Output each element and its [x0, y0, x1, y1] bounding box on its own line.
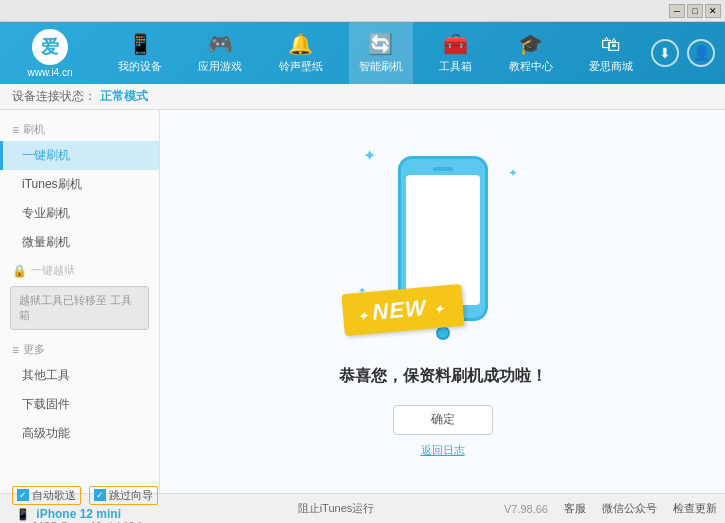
section-more: ≡ 更多	[0, 336, 159, 361]
phone-illustration: ✦ ✦ ✦ NEW	[353, 146, 533, 346]
one-click-flash-label: 一键刷机	[22, 148, 70, 162]
status-label: 设备连接状态：	[12, 88, 96, 105]
success-message: 恭喜您，保资料刷机成功啦！	[339, 366, 547, 387]
bottom-left: ✓ 自动歌送 ✓ 跳过向导 📱 iPhone 12 mini 64GB Down…	[8, 486, 168, 524]
itunes-flash-label: iTunes刷机	[22, 177, 82, 191]
header: 爱 www.i4.cn 📱 我的设备 🎮 应用游戏 🔔 铃声壁纸 🔄 智能刷机 …	[0, 22, 725, 84]
status-bar: 设备连接状态： 正常模式	[0, 84, 725, 110]
nav-my-device[interactable]: 📱 我的设备	[108, 22, 172, 84]
download-button[interactable]: ⬇	[651, 39, 679, 67]
jailbreak-info-text: 越狱工具已转移至 工具箱	[19, 294, 132, 321]
confirm-button-label: 确定	[431, 411, 455, 428]
nav-store[interactable]: 🛍 爱思商城	[579, 22, 643, 84]
device-name: iPhone 12 mini	[36, 507, 121, 521]
section-jailbreak-label: 一键越狱	[31, 263, 75, 278]
content-area: ✦ ✦ ✦ NEW 恭喜您，保资料刷机成功啦！ 确定 返回日志	[160, 110, 725, 493]
logo-icon: 爱	[32, 29, 68, 65]
nav-toolbox-label: 工具箱	[439, 59, 472, 74]
nav-toolbox[interactable]: 🧰 工具箱	[429, 22, 482, 84]
lock-icon: 🔒	[12, 264, 27, 278]
save-flash-label: 微量刷机	[22, 235, 70, 249]
section-jailbreak: 🔒 一键越狱	[0, 257, 159, 282]
nav-ringtones-label: 铃声壁纸	[279, 59, 323, 74]
store-icon: 🛍	[601, 33, 621, 56]
device-icon: 📱	[16, 508, 30, 520]
nav-apps-games-label: 应用游戏	[198, 59, 242, 74]
sparkle-2: ✦	[508, 166, 518, 180]
my-device-icon: 📱	[128, 32, 153, 56]
smart-flash-icon: 🔄	[368, 32, 393, 56]
nav-tutorials-label: 教程中心	[509, 59, 553, 74]
wizard-check-icon: ✓	[94, 489, 106, 501]
nav-bar: 📱 我的设备 🎮 应用游戏 🔔 铃声壁纸 🔄 智能刷机 🧰 工具箱 🎓 教程中心…	[100, 22, 651, 84]
confirm-button[interactable]: 确定	[393, 405, 493, 435]
ringtones-icon: 🔔	[288, 32, 313, 56]
back-link[interactable]: 返回日志	[421, 443, 465, 458]
section-flash-icon: ≡	[12, 123, 19, 137]
device-info: 📱 iPhone 12 mini 64GB Down-12mini-13,1	[12, 507, 168, 524]
wizard-label: 跳过向导	[109, 488, 153, 503]
pro-flash-label: 专业刷机	[22, 206, 70, 220]
advanced-label: 高级功能	[22, 426, 70, 440]
logo-url: www.i4.cn	[27, 67, 72, 78]
jailbreak-info: 越狱工具已转移至 工具箱	[10, 286, 149, 330]
section-flash: ≡ 刷机	[0, 116, 159, 141]
nav-my-device-label: 我的设备	[118, 59, 162, 74]
wechat-link[interactable]: 微信公众号	[602, 501, 657, 516]
section-flash-label: 刷机	[23, 122, 45, 137]
auto-connect-label: 自动歌送	[32, 488, 76, 503]
itunes-status-button[interactable]: 阻止iTunes运行	[298, 501, 375, 516]
sidebar-item-pro-flash[interactable]: 专业刷机	[0, 199, 159, 228]
close-button[interactable]: ✕	[705, 4, 721, 18]
checkboxes-area: ✓ 自动歌送 ✓ 跳过向导	[12, 486, 168, 505]
section-more-label: 更多	[23, 342, 45, 357]
customer-service-link[interactable]: 客服	[564, 501, 586, 516]
other-tools-label: 其他工具	[22, 368, 70, 382]
ribbon-text: NEW	[371, 294, 427, 324]
status-value: 正常模式	[100, 88, 148, 105]
nav-apps-games[interactable]: 🎮 应用游戏	[188, 22, 252, 84]
nav-smart-flash-label: 智能刷机	[359, 59, 403, 74]
nav-smart-flash[interactable]: 🔄 智能刷机	[349, 22, 413, 84]
sidebar-item-other-tools[interactable]: 其他工具	[0, 361, 159, 390]
sidebar-item-download-firmware[interactable]: 下载固件	[0, 390, 159, 419]
minimize-button[interactable]: ─	[669, 4, 685, 18]
more-icon: ≡	[12, 343, 19, 357]
logo-area[interactable]: 爱 www.i4.cn	[0, 21, 100, 86]
toolbox-icon: 🧰	[443, 32, 468, 56]
nav-right: ⬇ 👤	[651, 39, 725, 67]
maximize-button[interactable]: □	[687, 4, 703, 18]
sidebar: ≡ 刷机 一键刷机 iTunes刷机 专业刷机 微量刷机 🔒 一键越狱 越狱工具…	[0, 110, 160, 493]
bottom-right: V7.98.66 客服 微信公众号 检查更新	[504, 501, 717, 516]
sidebar-item-itunes-flash[interactable]: iTunes刷机	[0, 170, 159, 199]
sidebar-item-advanced[interactable]: 高级功能	[0, 419, 159, 448]
account-button[interactable]: 👤	[687, 39, 715, 67]
sidebar-item-one-click-flash[interactable]: 一键刷机	[0, 141, 159, 170]
wizard-checkbox[interactable]: ✓ 跳过向导	[89, 486, 158, 505]
nav-ringtones[interactable]: 🔔 铃声壁纸	[269, 22, 333, 84]
apps-games-icon: 🎮	[208, 32, 233, 56]
main-layout: ≡ 刷机 一键刷机 iTunes刷机 专业刷机 微量刷机 🔒 一键越狱 越狱工具…	[0, 110, 725, 493]
nav-tutorials[interactable]: 🎓 教程中心	[499, 22, 563, 84]
check-update-link[interactable]: 检查更新	[673, 501, 717, 516]
title-bar: ─ □ ✕	[0, 0, 725, 22]
tutorials-icon: 🎓	[518, 32, 543, 56]
version-text: V7.98.66	[504, 503, 548, 515]
bottom-middle: 阻止iTunes运行	[168, 501, 504, 516]
sparkle-1: ✦	[363, 146, 376, 165]
sidebar-item-save-flash[interactable]: 微量刷机	[0, 228, 159, 257]
nav-store-label: 爱思商城	[589, 59, 633, 74]
bottom-bar: ✓ 自动歌送 ✓ 跳过向导 📱 iPhone 12 mini 64GB Down…	[0, 493, 725, 523]
auto-connect-check-icon: ✓	[17, 489, 29, 501]
download-firmware-label: 下载固件	[22, 397, 70, 411]
auto-connect-checkbox[interactable]: ✓ 自动歌送	[12, 486, 81, 505]
itunes-status-label: 阻止iTunes运行	[298, 501, 375, 516]
